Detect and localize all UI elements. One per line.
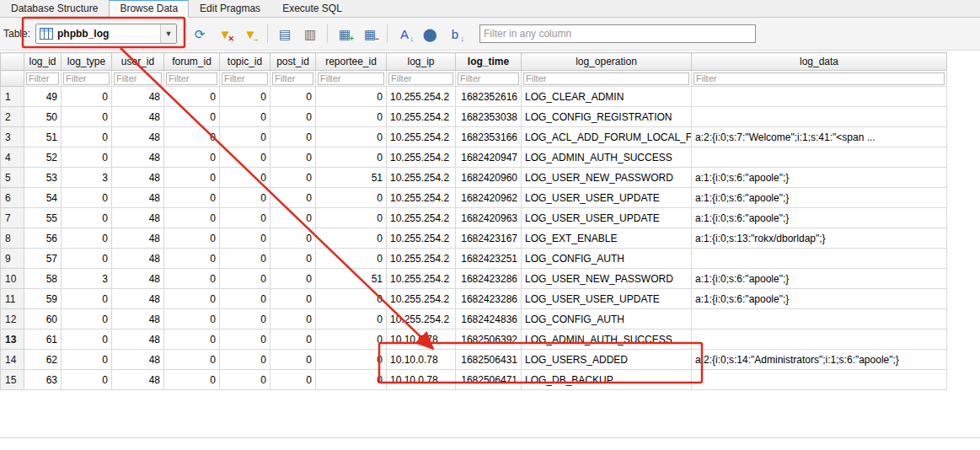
cell-log_type[interactable]: 0 [62,188,112,208]
cell-post_id[interactable]: 0 [270,249,316,269]
cell-post_id[interactable]: 0 [270,269,316,289]
cell-topic_id[interactable]: 0 [220,168,270,188]
row-number[interactable]: 8 [1,228,24,249]
cell-log_time[interactable]: 1682420962 [456,188,522,208]
cell-forum_id[interactable]: 0 [164,87,220,107]
row-number[interactable]: 15 [1,370,24,390]
cell-forum_id[interactable]: 0 [164,127,220,147]
filter-input-topic_id[interactable] [222,72,268,85]
cell-log_operation[interactable]: LOG_ADMIN_AUTH_SUCCESS [522,147,692,168]
cell-log_data[interactable] [692,370,947,390]
cell-forum_id[interactable]: 0 [164,228,220,249]
row-number[interactable]: 14 [1,350,24,370]
cell-log_time[interactable]: 1682420960 [456,168,522,188]
cell-log_ip[interactable]: 10.255.254.2 [387,127,456,147]
cell-log_id[interactable]: 61 [24,329,62,350]
cell-post_id[interactable]: 0 [270,329,316,350]
column-header-log_ip[interactable]: log_ip [387,53,456,71]
column-header-reportee_id[interactable]: reportee_id [316,53,387,71]
cell-user_id[interactable]: 48 [112,228,164,249]
cell-forum_id[interactable]: 0 [164,208,220,228]
column-header-log_data[interactable]: log_data [692,53,947,71]
cell-forum_id[interactable]: 0 [164,350,220,370]
cell-log_ip[interactable]: 10.255.254.2 [387,309,456,329]
cell-reportee_id[interactable]: 51 [316,269,387,289]
cell-log_data[interactable]: a:1:{i:0;s:6:"apoole";} [692,188,947,208]
column-header-log_id[interactable]: log_id [24,53,62,71]
cell-log_id[interactable]: 59 [24,289,62,309]
cell-reportee_id[interactable]: 0 [316,107,387,127]
row-number[interactable]: 5 [1,168,24,188]
cell-log_type[interactable]: 0 [62,329,112,350]
cell-reportee_id[interactable]: 0 [316,208,387,228]
cell-log_type[interactable]: 0 [62,350,112,370]
cell-log_type[interactable]: 0 [62,249,112,269]
cell-reportee_id[interactable]: 0 [316,147,387,168]
row-number[interactable]: 11 [1,289,24,309]
cell-log_ip[interactable]: 10.255.254.2 [387,249,456,269]
cell-forum_id[interactable]: 0 [164,107,220,127]
cell-log_type[interactable]: 0 [62,309,112,329]
row-number[interactable]: 3 [1,127,24,147]
cell-log_time[interactable]: 1682420947 [456,147,522,168]
cell-post_id[interactable]: 0 [270,87,316,107]
cell-log_operation[interactable]: LOG_USER_NEW_PASSWORD [522,168,692,188]
cell-user_id[interactable]: 48 [112,208,164,228]
filter-options-icon[interactable]: ▼→ [239,23,261,45]
cell-log_data[interactable] [692,147,947,168]
filter-any-column-input[interactable] [479,24,756,43]
cell-topic_id[interactable]: 0 [220,127,270,147]
cell-log_time[interactable]: 1682353166 [456,127,522,147]
cell-forum_id[interactable]: 0 [164,168,220,188]
cell-log_time[interactable]: 1682352616 [456,87,522,107]
row-number[interactable]: 4 [1,147,24,168]
cell-log_operation[interactable]: LOG_CONFIG_REGISTRATION [522,107,692,127]
cell-log_data[interactable] [692,309,947,329]
cell-log_type[interactable]: 3 [62,269,112,289]
cell-reportee_id[interactable]: 0 [316,249,387,269]
tab-database-structure[interactable]: Database Structure [0,0,109,17]
cell-log_data[interactable] [692,249,947,269]
cell-user_id[interactable]: 48 [112,289,164,309]
cell-log_type[interactable]: 3 [62,168,112,188]
filter-input-log_ip[interactable] [388,72,453,85]
cell-log_id[interactable]: 63 [24,370,62,390]
cell-forum_id[interactable]: 0 [164,249,220,269]
cell-forum_id[interactable]: 0 [164,269,220,289]
cell-post_id[interactable]: 0 [270,188,316,208]
cell-reportee_id[interactable]: 51 [316,168,387,188]
cell-post_id[interactable]: 0 [270,350,316,370]
cell-reportee_id[interactable]: 0 [316,188,387,208]
refresh-icon[interactable]: ⟳ [189,23,211,45]
cell-log_id[interactable]: 50 [24,107,62,127]
cell-log_ip[interactable]: 10.255.254.2 [387,87,456,107]
cell-log_data[interactable]: a:1:{i:0;s:6:"apoole";} [692,289,947,309]
cell-log_time[interactable]: 1682423251 [456,249,522,269]
cell-user_id[interactable]: 48 [112,249,164,269]
filter-input-post_id[interactable] [272,72,313,85]
cell-log_ip[interactable]: 10.255.254.2 [387,147,456,168]
cell-log_id[interactable]: 55 [24,208,62,228]
cell-post_id[interactable]: 0 [270,370,316,390]
cell-user_id[interactable]: 48 [112,350,164,370]
cell-user_id[interactable]: 48 [112,87,164,107]
cell-forum_id[interactable]: 0 [164,188,220,208]
cell-log_operation[interactable]: LOG_USER_USER_UPDATE [522,289,692,309]
cell-topic_id[interactable]: 0 [220,329,270,350]
cell-log_operation[interactable]: LOG_USER_USER_UPDATE [522,208,692,228]
cell-user_id[interactable]: 48 [112,147,164,168]
cell-log_time[interactable]: 1682353038 [456,107,522,127]
cell-log_id[interactable]: 62 [24,350,62,370]
cell-post_id[interactable]: 0 [270,147,316,168]
chevron-down-icon[interactable]: ▼ [160,24,176,43]
tab-edit-pragmas[interactable]: Edit Pragmas [189,0,271,17]
column-header-log_operation[interactable]: log_operation [522,53,692,71]
cell-user_id[interactable]: 48 [112,168,164,188]
cell-log_id[interactable]: 58 [24,269,62,289]
cell-topic_id[interactable]: 0 [220,269,270,289]
cell-topic_id[interactable]: 0 [220,249,270,269]
filter-input-log_id[interactable] [26,72,59,85]
cell-log_data[interactable]: a:1:{i:0;s:13:"rokx/dborldap";} [692,228,947,249]
row-number[interactable]: 2 [1,107,24,127]
cell-user_id[interactable]: 48 [112,329,164,350]
